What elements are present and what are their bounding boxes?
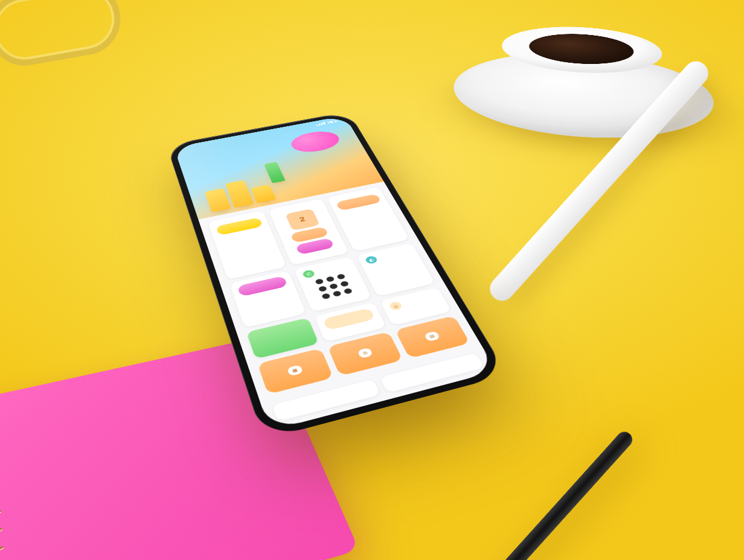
chart-bar [251, 185, 276, 203]
user-icon: ☺ [388, 301, 403, 311]
info-icon: ◐ [364, 255, 378, 264]
action-button-3[interactable]: ▤ [395, 316, 470, 358]
chip-icon: ▤ [424, 331, 441, 342]
hero-blob-icon [287, 129, 344, 156]
card-small[interactable]: ☺ [380, 287, 451, 325]
count-value: 2 [298, 216, 306, 223]
ballpoint-pen [454, 428, 635, 560]
card-caption [242, 288, 289, 299]
footer-title [389, 359, 472, 381]
footer-card-right[interactable] [380, 352, 484, 393]
chart-bar-highlight [264, 162, 286, 183]
chip-icon: ▦ [287, 364, 303, 376]
footer-sub [281, 386, 369, 409]
pill-button[interactable] [216, 217, 263, 235]
card-left-mid[interactable] [229, 270, 306, 328]
action-button-1[interactable]: ▦ [257, 348, 333, 394]
count-tile[interactable]: 2 [285, 209, 320, 231]
desk-scene: 2 [0, 0, 744, 560]
line [255, 326, 304, 338]
card-right-stat[interactable]: ◐ [357, 243, 435, 297]
progress-bar [322, 308, 376, 331]
chip-icon: ◎ [357, 348, 373, 358]
card-green[interactable] [246, 318, 319, 359]
chart-bar [205, 188, 231, 212]
footer-card-left[interactable] [272, 379, 380, 421]
status-time [186, 147, 187, 150]
action-button-2[interactable]: ◎ [327, 331, 403, 376]
footer-title [281, 386, 369, 409]
paperclip [0, 0, 126, 71]
card-label [254, 323, 303, 335]
footer-sub [389, 359, 472, 381]
card-keypad[interactable]: ✆ [294, 256, 372, 312]
pill-button[interactable] [336, 194, 382, 211]
card-progress[interactable] [315, 302, 386, 342]
pill-button[interactable] [237, 276, 287, 297]
phone-icon: ✆ [302, 269, 316, 279]
line [255, 326, 304, 338]
stat-value [369, 257, 413, 267]
keypad-icon[interactable] [306, 272, 361, 302]
